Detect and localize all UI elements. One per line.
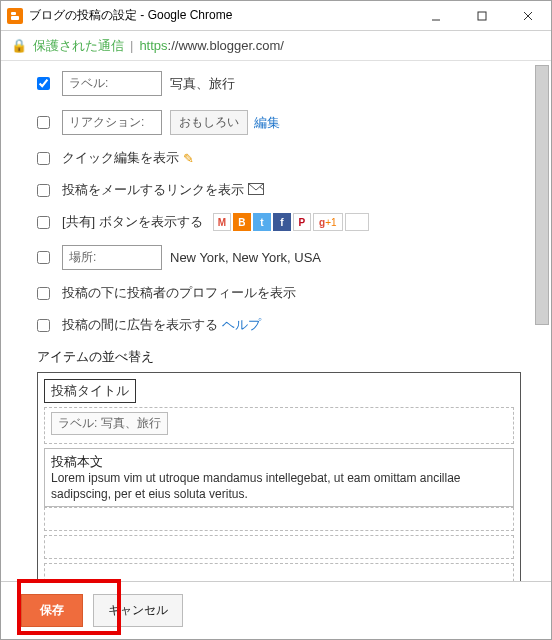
arrange-empty-row[interactable] — [44, 563, 514, 581]
close-button[interactable] — [505, 1, 551, 31]
svg-rect-3 — [478, 12, 486, 20]
reaction-edit-link[interactable]: 編集 — [254, 114, 280, 132]
arrange-empty-row[interactable] — [44, 507, 514, 531]
blogger-favicon — [7, 8, 23, 24]
mail-icon — [248, 183, 264, 198]
arrange-empty-row[interactable] — [44, 535, 514, 559]
quickedit-label: クイック編集を表示 — [62, 149, 179, 167]
arrange-box: 投稿タイトル ラベル: 写真、旅行 投稿本文 Lorem ipsum vim u… — [37, 372, 521, 581]
share-label: [共有] ボタンを表示する — [62, 213, 203, 231]
cancel-button[interactable]: キャンセル — [93, 594, 183, 627]
labels-checkbox[interactable] — [37, 77, 50, 90]
save-button[interactable]: 保存 — [21, 594, 83, 627]
pinterest-share-icon: P — [293, 213, 311, 231]
author-profile-label: 投稿の下に投稿者のプロフィールを表示 — [62, 284, 296, 302]
scrollbar[interactable] — [535, 65, 549, 564]
location-checkbox[interactable] — [37, 251, 50, 264]
reaction-sample-button[interactable]: おもしろい — [170, 110, 248, 135]
gplus-count — [345, 213, 369, 231]
ads-label: 投稿の間に広告を表示する — [62, 316, 218, 334]
arrange-labels-row[interactable]: ラベル: 写真、旅行 — [44, 407, 514, 444]
mail-share-icon: M — [213, 213, 231, 231]
labels-value: 写真、旅行 — [170, 75, 235, 93]
url-scheme: https — [139, 38, 167, 53]
author-profile-checkbox[interactable] — [37, 287, 50, 300]
minimize-button[interactable] — [413, 1, 459, 31]
ads-checkbox[interactable] — [37, 319, 50, 332]
maximize-button[interactable] — [459, 1, 505, 31]
url-bar: 🔒 保護された通信 | https://www.blogger.com/ — [1, 31, 551, 61]
location-input[interactable]: 場所: — [62, 245, 162, 270]
bottom-bar: 保存 キャンセル — [1, 581, 551, 639]
gplus-share-icon: g+1 — [313, 213, 343, 231]
url-rest: ://www.blogger.com/ — [168, 38, 284, 53]
window-title: ブログの投稿の設定 - Google Chrome — [29, 7, 413, 24]
titlebar: ブログの投稿の設定 - Google Chrome — [1, 1, 551, 31]
arrange-header: アイテムの並べ替え — [37, 348, 521, 366]
lock-icon: 🔒 — [11, 38, 27, 53]
share-checkbox[interactable] — [37, 216, 50, 229]
facebook-share-icon: f — [273, 213, 291, 231]
pencil-icon: ✎ — [183, 151, 194, 166]
ads-help-link[interactable]: ヘルプ — [222, 316, 261, 334]
emaillink-checkbox[interactable] — [37, 184, 50, 197]
blogger-share-icon: B — [233, 213, 251, 231]
content-area: ラベル: 写真、旅行 リアクション: おもしろい 編集 クイック編集を表示 ✎ … — [1, 61, 551, 581]
twitter-share-icon: t — [253, 213, 271, 231]
reaction-checkbox[interactable] — [37, 116, 50, 129]
location-value: New York, New York, USA — [170, 250, 321, 265]
emaillink-label: 投稿をメールするリンクを表示 — [62, 181, 244, 199]
svg-rect-0 — [11, 12, 16, 15]
arrange-body[interactable]: 投稿本文 Lorem ipsum vim ut utroque mandamus… — [44, 448, 514, 507]
reaction-input[interactable]: リアクション: — [62, 110, 162, 135]
labels-input[interactable]: ラベル: — [62, 71, 162, 96]
secure-label: 保護された通信 — [33, 37, 124, 55]
quickedit-checkbox[interactable] — [37, 152, 50, 165]
svg-rect-1 — [11, 16, 19, 20]
arrange-post-title[interactable]: 投稿タイトル — [44, 379, 136, 403]
share-icons: M B t f P g+1 — [213, 213, 369, 231]
